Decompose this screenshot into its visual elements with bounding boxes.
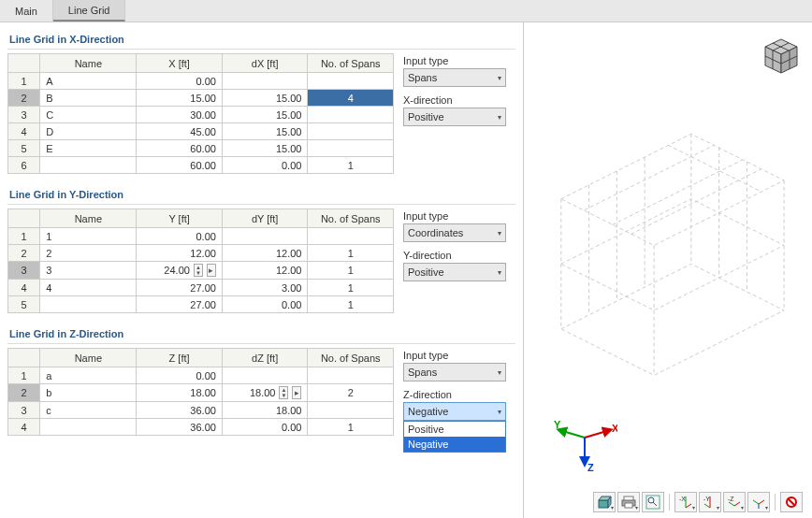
col-z-name: Name	[40, 349, 137, 367]
table-row: 2b18.0018.00▲▼▸2	[8, 384, 394, 402]
x-dir-select[interactable]: Positive▾	[403, 108, 506, 126]
svg-text:-X: -X	[679, 496, 686, 502]
col-z-idx	[8, 349, 40, 367]
z-dir-option-negative[interactable]: Negative	[404, 437, 505, 452]
y-input-select[interactable]: Coordinates▾	[403, 223, 506, 242]
col-z-delta: dZ [ft]	[222, 349, 308, 367]
selected-cell-x-spans[interactable]: 4	[308, 90, 394, 107]
chevron-down-icon: ▾	[498, 408, 501, 416]
table-row: 1A0.00	[8, 73, 394, 90]
table-row: 660.000.001	[8, 157, 394, 174]
svg-line-49	[753, 500, 759, 504]
chevron-down-icon: ▼	[280, 393, 287, 398]
svg-text:Y: Y	[554, 419, 561, 430]
tab-linegrid[interactable]: Line Grid	[53, 0, 126, 22]
table-row: 3324.00▲▼▸12.001	[8, 262, 394, 280]
tab-linegrid-label: Line Grid	[68, 5, 110, 16]
table-row: 4427.003.001	[8, 280, 394, 296]
spinner-buttons[interactable]: ▲▼	[194, 264, 203, 277]
table-x[interactable]: Name X [ft] dX [ft] No. of Spans 1A0.00 …	[7, 53, 394, 174]
tab-bar: Main Line Grid	[0, 0, 812, 22]
toolbar-separator	[669, 494, 670, 511]
svg-text:X: X	[612, 423, 617, 434]
table-row: 110.00	[8, 228, 394, 245]
zoom-extents-button[interactable]	[642, 492, 664, 512]
svg-marker-10	[561, 199, 784, 310]
view-iso-button[interactable]: ▾	[593, 492, 616, 512]
axis-iso-button[interactable]: ▾	[747, 492, 770, 512]
grid-preview[interactable]	[533, 32, 803, 440]
svg-line-25	[585, 430, 610, 438]
axis-y-button[interactable]: -Y▾	[699, 492, 721, 512]
preview-panel: X Y Z ▾ ▾ -X▾ -Y▾ -Z▾ ▾	[524, 22, 812, 518]
tab-main[interactable]: Main	[0, 0, 53, 22]
y-input-label: Input type	[403, 210, 515, 222]
svg-line-26	[559, 430, 585, 438]
chevron-down-icon: ▾	[498, 229, 501, 237]
z-delta-editor[interactable]: 18.00▲▼▸	[222, 384, 308, 402]
y-dir-label: Y-direction	[403, 250, 515, 261]
col-z-spans: No. of Spans	[308, 349, 394, 367]
print-button[interactable]: ▾	[617, 492, 640, 512]
svg-line-50	[759, 500, 764, 504]
svg-rect-31	[599, 500, 608, 508]
table-row: 3C30.0015.00	[8, 107, 394, 123]
x-dir-label: X-direction	[403, 94, 515, 106]
col-x-spans: No. of Spans	[308, 54, 394, 73]
col-y-idx	[8, 209, 40, 228]
section-z-title: Line Grid in Z-Direction	[7, 324, 515, 344]
svg-line-46	[729, 502, 734, 506]
z-dir-label: Z-direction	[403, 389, 515, 400]
section-x: Line Grid in X-Direction Name X [ft] dX …	[7, 30, 515, 174]
chevron-down-icon: ▾	[498, 113, 501, 122]
table-z[interactable]: Name Z [ft] dZ [ft] No. of Spans 1a0.00 …	[7, 348, 394, 436]
chevron-down-icon: ▾	[498, 368, 501, 377]
chevron-down-icon: ▾	[498, 74, 501, 82]
col-y-coord: Y [ft]	[137, 209, 223, 228]
z-input-select[interactable]: Spans▾	[403, 363, 506, 381]
col-x-delta: dX [ft]	[222, 54, 308, 73]
table-row: 5E60.0015.00	[8, 140, 394, 157]
left-panel: Line Grid in X-Direction Name X [ft] dX …	[0, 22, 524, 518]
svg-rect-36	[625, 503, 632, 508]
section-y: Line Grid in Y-Direction Name Y [ft] dY …	[7, 185, 515, 313]
z-dir-option-positive[interactable]: Positive	[404, 422, 505, 437]
svg-marker-11	[561, 264, 784, 375]
table-row: 436.000.001	[8, 419, 394, 436]
axis-x-button[interactable]: -X▾	[674, 492, 697, 512]
z-input-label: Input type	[403, 350, 515, 361]
col-x-name: Name	[40, 54, 137, 73]
reset-view-button[interactable]	[780, 492, 803, 512]
axis-z-button[interactable]: -Z▾	[723, 492, 746, 512]
table-row: 2212.0012.001	[8, 245, 394, 262]
svg-line-43	[704, 504, 710, 508]
z-dir-dropdown[interactable]: Positive Negative	[403, 421, 506, 453]
x-input-select[interactable]: Spans▾	[403, 68, 506, 87]
chevron-down-icon: ▼	[195, 270, 202, 276]
table-row: 2B15.0015.004	[8, 90, 394, 107]
table-y[interactable]: Name Y [ft] dY [ft] No. of Spans 110.00 …	[7, 209, 394, 313]
table-row: 3c36.0018.00	[8, 402, 394, 419]
svg-text:-Z: -Z	[728, 496, 734, 502]
tab-main-label: Main	[15, 6, 37, 17]
section-y-title: Line Grid in Y-Direction	[7, 185, 515, 205]
chevron-down-icon: ▾	[498, 268, 501, 277]
spinner-buttons[interactable]: ▲▼	[279, 386, 288, 399]
more-button[interactable]: ▸	[292, 386, 301, 399]
preview-toolbar: ▾ ▾ -X▾ -Y▾ -Z▾ ▾	[593, 492, 803, 512]
col-z-coord: Z [ft]	[137, 349, 223, 367]
y-dir-select[interactable]: Positive▾	[403, 263, 506, 281]
table-row: 527.000.001	[8, 296, 394, 313]
svg-marker-9	[561, 134, 784, 245]
x-input-label: Input type	[403, 55, 515, 66]
section-z: Line Grid in Z-Direction Name Z [ft] dZ …	[7, 324, 515, 453]
col-y-delta: dY [ft]	[222, 209, 308, 228]
svg-line-53	[788, 498, 795, 506]
svg-line-41	[686, 504, 691, 508]
z-dir-select[interactable]: Negative▾	[403, 402, 506, 421]
svg-line-39	[653, 502, 657, 506]
svg-line-47	[734, 502, 740, 506]
axis-gizmo-icon[interactable]: X Y Z	[552, 410, 617, 475]
y-coord-editor[interactable]: 24.00▲▼▸	[137, 262, 223, 280]
more-button[interactable]: ▸	[207, 264, 216, 277]
